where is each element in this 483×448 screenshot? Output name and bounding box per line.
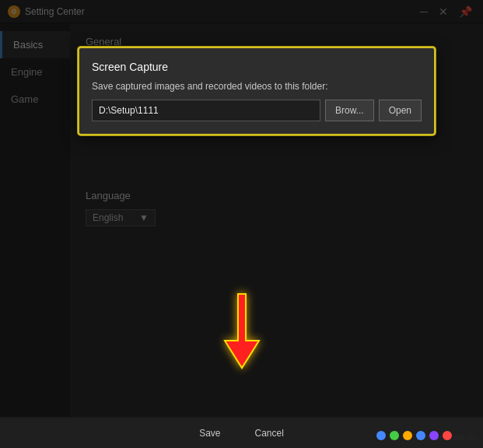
browse-button[interactable]: Brow... — [325, 100, 374, 121]
save-button[interactable]: Save — [190, 425, 229, 442]
color-dot-4[interactable] — [416, 431, 425, 440]
color-dot-5[interactable] — [429, 431, 439, 440]
setting-panel: ⚙ Setting Center ─ ✕ 📌 Basics Engine Gam… — [0, 0, 483, 418]
arrow-annotation — [211, 286, 273, 372]
color-dot-6[interactable] — [443, 431, 452, 440]
color-dot-2[interactable] — [390, 431, 399, 440]
color-dot-1[interactable] — [376, 431, 386, 440]
screen-capture-dialog: Screen Capture Save captured images and … — [78, 47, 436, 135]
arrow-svg — [211, 286, 273, 372]
dialog-title: Screen Capture — [92, 61, 422, 73]
folder-path-input[interactable] — [92, 100, 320, 121]
color-dot-3[interactable] — [403, 431, 412, 440]
color-dots — [376, 431, 452, 440]
cancel-button[interactable]: Cancel — [246, 425, 293, 442]
dialog-description: Save captured images and recorded videos… — [92, 81, 422, 92]
open-button[interactable]: Open — [379, 100, 422, 121]
svg-marker-0 — [225, 294, 259, 368]
dialog-row: Brow... Open — [92, 100, 422, 121]
